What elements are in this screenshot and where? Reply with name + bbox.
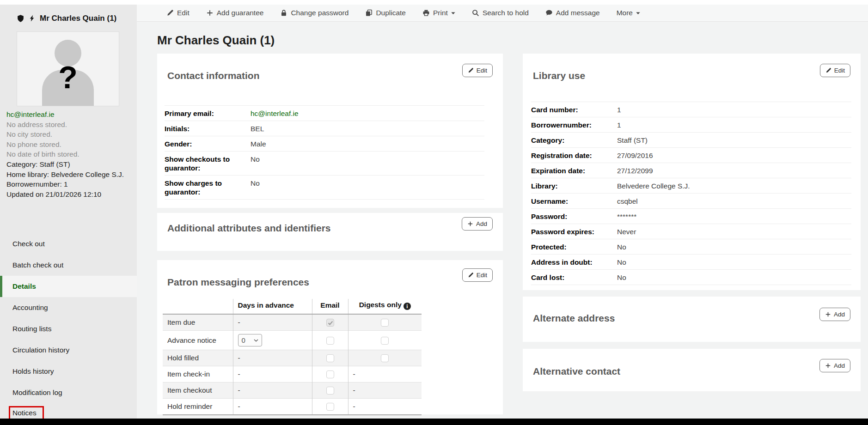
patron-avatar: ? [17, 31, 119, 106]
messaging-row-label: Hold reminder [163, 399, 233, 415]
toolbar-print-button[interactable]: Print [422, 9, 455, 17]
check-icon [328, 320, 333, 326]
messaging-row-hold-filled: Hold filled- [163, 350, 422, 366]
digests-only-cell: - [348, 399, 422, 415]
alternate-address-panel: Alternate address Add [523, 297, 861, 342]
sidebar-item-circulation-history[interactable]: Circulation history [0, 340, 137, 361]
detail-label: Username: [531, 197, 617, 206]
detail-row-address-in-doubt: Address in doubt:No [531, 254, 851, 269]
toolbar-button-label: Search to hold [483, 9, 529, 17]
messaging-row-label: Item checkout [163, 382, 233, 399]
library-use-rows: Card number:1Borrowernumber:1Category:St… [531, 102, 851, 285]
detail-value: hc@interleaf.ie [251, 109, 299, 118]
toolbar-button-label: Print [433, 9, 448, 17]
patron-missing-info-line: No address stored. [6, 120, 133, 130]
toolbar-add-guarantee-button[interactable]: Add guarantee [206, 9, 264, 17]
library-use-panel: Library use Edit Card number:1Borrowernu… [523, 54, 861, 290]
messaging-row-item-check-in: Item check-in-- [163, 366, 422, 382]
detail-row-show-charges-to-guarantor: Show charges to guarantor:No [165, 175, 484, 200]
email-cell [312, 366, 348, 382]
messaging-row-item-due: Item due- [163, 314, 422, 331]
edit-button-label: Edit [834, 67, 845, 74]
avatar-placeholder-question-mark: ? [58, 61, 78, 93]
detail-value: No [251, 179, 260, 188]
checkbox-unchecked[interactable] [381, 319, 389, 327]
checkbox-unchecked[interactable] [326, 403, 334, 411]
alternate-address-title: Alternate address [533, 313, 615, 324]
detail-label: Primary email: [165, 109, 251, 118]
patron-info-line: Home library: Belvedere College S.J. [6, 170, 133, 180]
patron-missing-info-line: No phone stored. [6, 140, 133, 150]
toolbar-duplicate-button[interactable]: Duplicate [365, 9, 406, 17]
sidebar-item-check-out[interactable]: Check out [0, 233, 137, 255]
detail-value: Staff (ST) [617, 136, 648, 145]
detail-row-gender: Gender:Male [165, 136, 484, 151]
patron-summary: hc@interleaf.ieNo address stored.No city… [6, 109, 133, 199]
select-value: 0 [242, 336, 245, 344]
additional-attributes-panel: Additional attributes and identifiers Ad… [157, 213, 503, 251]
days-in-advance-cell: - [233, 350, 312, 366]
detail-value: No [617, 243, 626, 251]
pencil-icon [166, 9, 174, 17]
detail-row-initials: Initials:BEL [165, 121, 484, 136]
messaging-col-header-days-in-advance: Days in advance [233, 299, 312, 314]
detail-row-password-expires: Password expires:Never [531, 224, 851, 239]
checkbox-unchecked[interactable] [326, 370, 334, 378]
messaging-preferences-table: Days in advanceEmailDigests onlyiItem du… [163, 299, 422, 415]
messaging-row-label: Item check-in [163, 366, 233, 382]
sidebar-item-routing-lists[interactable]: Routing lists [0, 318, 137, 340]
add-button-label: Add [834, 311, 845, 318]
toolbar-search-to-hold-button[interactable]: Search to hold [472, 9, 529, 17]
messaging-table-wrap: Days in advanceEmailDigests onlyiItem du… [163, 299, 422, 415]
sidebar-item-accounting[interactable]: Accounting [0, 297, 137, 318]
patron-missing-info-line: No city stored. [6, 129, 133, 140]
checkbox-unchecked[interactable] [326, 337, 334, 345]
library-use-title: Library use [533, 70, 585, 81]
toolbar-more-button[interactable]: More [617, 9, 640, 17]
detail-label: Initials: [165, 124, 251, 133]
plus-icon [467, 221, 473, 227]
detail-label: Show checkouts to guarantor: [165, 155, 251, 172]
alternate-address-add-button[interactable]: Add [819, 308, 850, 321]
sidebar-item-details[interactable]: Details [0, 276, 137, 297]
detail-label: Address in doubt: [531, 258, 617, 267]
alternative-contact-title: Alternative contact [533, 366, 620, 377]
detail-label: Protected: [531, 243, 617, 251]
info-icon[interactable]: i [403, 303, 411, 310]
plus-icon [206, 9, 214, 17]
checkbox-unchecked[interactable] [381, 337, 389, 345]
email-cell [312, 382, 348, 399]
alternative-contact-add-button[interactable]: Add [819, 359, 850, 372]
patron-name: Mr Charles Quain (1) [40, 14, 116, 23]
detail-label: Card number: [531, 105, 617, 114]
email-value-link[interactable]: hc@interleaf.ie [251, 109, 299, 117]
library-use-edit-button[interactable]: Edit [820, 64, 850, 77]
toolbar: EditAdd guaranteeChange passwordDuplicat… [137, 5, 868, 22]
sidebar-item-label: Holds history [12, 367, 54, 376]
messaging-edit-button[interactable]: Edit [462, 268, 493, 282]
detail-row-primary-email: Primary email:hc@interleaf.ie [165, 105, 484, 121]
email-cell [312, 350, 348, 366]
sidebar-item-holds-history[interactable]: Holds history [0, 361, 137, 382]
additional-attributes-add-button[interactable]: Add [462, 217, 493, 231]
detail-row-username: Username:csqbel [531, 193, 851, 208]
days-in-advance-select[interactable]: 0 [238, 334, 262, 346]
pencil-icon [468, 272, 474, 278]
detail-value: 1 [617, 105, 621, 114]
toolbar-add-message-button[interactable]: Add message [545, 9, 600, 17]
sidebar-item-batch-check-out[interactable]: Batch check out [0, 255, 137, 276]
edit-button-label: Edit [477, 67, 487, 74]
checkbox-unchecked[interactable] [326, 354, 334, 362]
detail-label: Gender: [165, 140, 251, 148]
messaging-preferences-title: Patron messaging preferences [167, 277, 309, 288]
messaging-row-advance-notice: Advance notice0 [163, 331, 422, 350]
checkbox-unchecked[interactable] [326, 387, 334, 395]
checkbox-unchecked[interactable] [381, 354, 389, 362]
contact-edit-button[interactable]: Edit [462, 64, 493, 77]
toolbar-edit-button[interactable]: Edit [166, 9, 189, 17]
patron-email-link[interactable]: hc@interleaf.ie [6, 110, 55, 118]
sidebar-item-modification-log[interactable]: Modification log [0, 382, 137, 403]
messaging-row-label: Advance notice [163, 331, 233, 350]
toolbar-change-password-button[interactable]: Change password [280, 9, 348, 17]
detail-value: No [617, 258, 626, 267]
